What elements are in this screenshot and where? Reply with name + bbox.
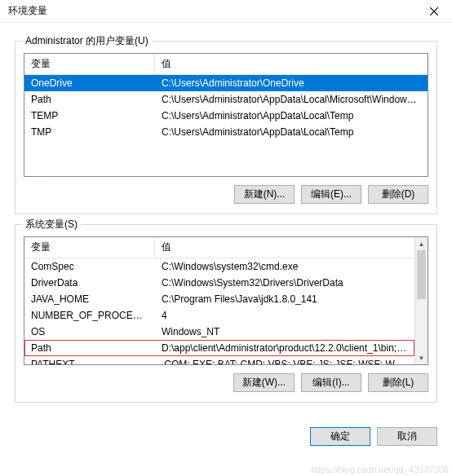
var-name: TEMP [24, 109, 155, 122]
table-row[interactable]: TMP C:\Users\Administrator\AppData\Local… [24, 124, 428, 140]
list-header: 变量 值 [24, 237, 428, 258]
window-title: 环境变量 [8, 4, 47, 18]
table-row[interactable]: Path C:\Users\Administrator\AppData\Loca… [24, 91, 428, 108]
table-row[interactable]: Path D:\app\client\Administrator\product… [24, 340, 414, 356]
var-value: Windows_NT [155, 325, 414, 338]
var-value: C:\Windows\system32\cmd.exe [155, 260, 414, 273]
var-value: C:\Windows\System32\Drivers\DriverData [155, 276, 414, 289]
col-header-value[interactable]: 值 [155, 237, 428, 258]
var-value: C:\Users\Administrator\OneDrive [155, 77, 428, 90]
var-name: NUMBER_OF_PROCESSORS [24, 309, 155, 322]
var-name: Path [24, 342, 155, 355]
edit-system-var-button[interactable]: 编辑(I)... [301, 373, 361, 392]
new-user-var-button[interactable]: 新建(N)... [234, 185, 295, 204]
scrollbar[interactable]: ▲ ▼ [414, 237, 428, 364]
list-header: 变量 值 [24, 54, 428, 75]
delete-system-var-button[interactable]: 删除(L) [368, 373, 428, 392]
col-header-name[interactable]: 变量 [24, 54, 155, 74]
table-row[interactable]: PATHEXT .COM;.EXE;.BAT;.CMD;.VBS;.VBE;.J… [24, 356, 414, 365]
var-name: Path [24, 93, 155, 106]
edit-user-var-button[interactable]: 编辑(E)... [301, 185, 361, 204]
var-name: ComSpec [24, 260, 155, 273]
table-row[interactable]: DriverData C:\Windows\System32\Drivers\D… [24, 275, 414, 291]
var-value: C:\Users\Administrator\AppData\Local\Tem… [155, 126, 428, 139]
scroll-down-icon[interactable]: ▼ [415, 351, 428, 364]
system-variables-group: 系统变量(S) 变量 值 ComSpec C:\Windows\system32… [15, 224, 437, 403]
system-vars-label: 系统变量(S) [22, 218, 81, 231]
table-row[interactable]: OneDrive C:\Users\Administrator\OneDrive [24, 75, 428, 91]
table-row[interactable]: OS Windows_NT [24, 324, 414, 340]
var-value: C:\Users\Administrator\AppData\Local\Mic… [155, 93, 428, 106]
var-value: 4 [155, 309, 414, 322]
var-value: D:\app\client\Administrator\product\12.2… [155, 342, 414, 355]
scroll-up-icon[interactable]: ▲ [415, 237, 428, 250]
delete-user-var-button[interactable]: 删除(D) [368, 185, 428, 204]
var-name: TMP [24, 126, 155, 139]
user-vars-buttons: 新建(N)... 编辑(E)... 删除(D) [24, 185, 428, 204]
var-name: OneDrive [24, 77, 155, 90]
user-vars-label: Administrator 的用户变量(U) [22, 34, 152, 48]
var-value: .COM;.EXE;.BAT;.CMD;.VBS;.VBE;.JS;.JSE;.… [155, 358, 414, 365]
cancel-button[interactable]: 取消 [377, 427, 437, 446]
table-row[interactable]: ComSpec C:\Windows\system32\cmd.exe [24, 258, 414, 275]
new-system-var-button[interactable]: 新建(W)... [233, 373, 295, 392]
var-value: C:\Program Files\Java\jdk1.8.0_141 [155, 293, 414, 306]
var-value: C:\Users\Administrator\AppData\Local\Tem… [155, 109, 428, 122]
titlebar: 环境变量 [0, 0, 452, 23]
table-row[interactable]: NUMBER_OF_PROCESSORS 4 [24, 307, 414, 324]
ok-button[interactable]: 确定 [310, 427, 370, 446]
var-name: DriverData [24, 276, 155, 289]
user-vars-body: OneDrive C:\Users\Administrator\OneDrive… [24, 75, 428, 140]
var-name: JAVA_HOME [24, 293, 155, 306]
scroll-thumb[interactable] [417, 250, 426, 299]
user-vars-listbox[interactable]: 变量 值 OneDrive C:\Users\Administrator\One… [24, 53, 428, 177]
close-icon [430, 7, 438, 15]
system-vars-buttons: 新建(W)... 编辑(I)... 删除(L) [24, 373, 428, 392]
var-name: OS [24, 325, 155, 338]
watermark: https://blog.csdn.net/qq_42337308 [311, 465, 449, 474]
col-header-name[interactable]: 变量 [24, 237, 155, 258]
table-row[interactable]: TEMP C:\Users\Administrator\AppData\Loca… [24, 108, 428, 124]
var-name: PATHEXT [24, 358, 155, 365]
system-vars-listbox[interactable]: 变量 值 ComSpec C:\Windows\system32\cmd.exe… [24, 236, 428, 365]
table-row[interactable]: JAVA_HOME C:\Program Files\Java\jdk1.8.0… [24, 291, 414, 307]
dialog-footer: 确定 取消 [0, 419, 452, 457]
system-vars-body: ComSpec C:\Windows\system32\cmd.exe Driv… [24, 258, 428, 365]
dialog-content: Administrator 的用户变量(U) 变量 值 OneDrive C:\… [0, 23, 452, 419]
user-variables-group: Administrator 的用户变量(U) 变量 值 OneDrive C:\… [15, 41, 437, 214]
close-button[interactable] [416, 0, 452, 23]
col-header-value[interactable]: 值 [155, 54, 428, 74]
